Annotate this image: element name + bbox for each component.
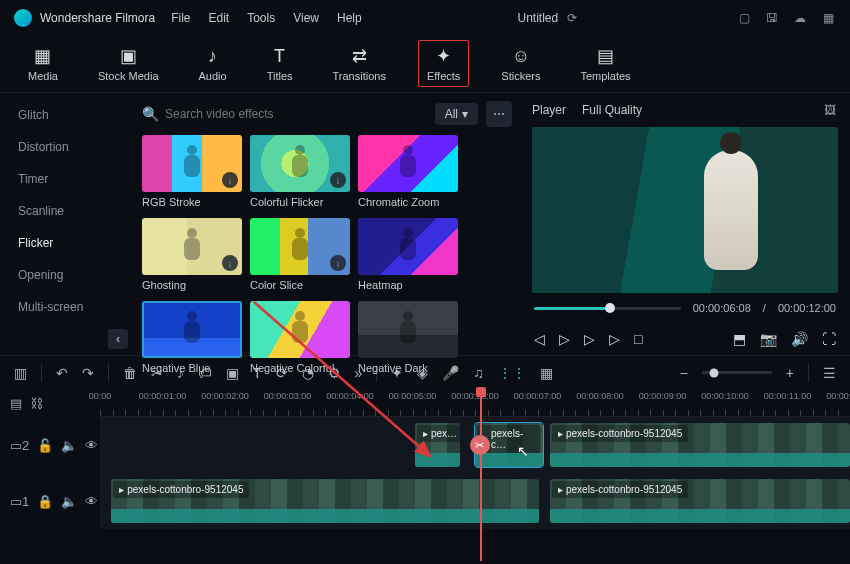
track-video-icon[interactable]: ▭1 [10,494,29,509]
player-viewport[interactable] [532,127,838,293]
ruler-label: 00:00:04:00 [326,391,374,401]
splice-marker[interactable]: ✂ [470,435,490,455]
timeline-view-icon[interactable]: ☰ [823,365,836,381]
unlock-icon[interactable]: 🔓 [37,438,53,453]
camera-icon[interactable]: 📷 [760,331,777,347]
save-icon[interactable]: 🖫 [764,10,780,26]
menu-edit[interactable]: Edit [209,11,230,25]
redo-button[interactable]: ↷ [82,365,94,381]
download-icon[interactable]: ↓ [330,172,346,188]
lock-icon[interactable]: 🔒 [37,494,53,509]
project-title[interactable]: Untitled [518,11,559,25]
mixer-icon[interactable]: ♫ [473,365,484,381]
next-frame-button[interactable]: ▷ [609,331,620,347]
grid-icon[interactable]: ▦ [820,10,836,26]
transitions-icon: ⇄ [352,45,367,67]
screenshot-icon[interactable]: ▢ [736,10,752,26]
tab-templates[interactable]: ▤Templates [572,41,638,86]
effect-negative-dark[interactable]: Negative Dark [358,301,458,374]
undo-button[interactable]: ↶ [56,365,68,381]
effect-rgb-stroke[interactable]: ↓RGB Stroke [142,135,242,208]
clip[interactable]: ▸pexels-cottonbro-9512045 [111,479,539,523]
effect-color-slice[interactable]: ↓Color Slice [250,218,350,291]
player-quality-dropdown[interactable]: Full Quality [582,103,642,117]
tab-audio[interactable]: ♪Audio [191,42,235,86]
ruler-label: 00:00:03:00 [264,391,312,401]
mute-icon[interactable]: 🔈 [61,494,77,509]
zoom-in-button[interactable]: + [786,365,794,381]
snapshot-icon[interactable]: 🖼 [822,102,838,118]
clip-label: ▸pexels-cottonbro-9512045 [113,481,249,498]
fullscreen-icon[interactable]: ⛶ [822,331,836,347]
search-input[interactable] [165,107,427,121]
tab-media[interactable]: ▦Media [20,41,66,86]
tab-label: Templates [580,70,630,82]
effect-thumbnail [358,135,458,192]
progress-bar[interactable] [534,307,681,310]
effect-label: Color Slice [250,279,350,291]
zoom-slider[interactable] [702,371,772,374]
effect-ghosting[interactable]: ↓Ghosting [142,218,242,291]
sidebar-item-multi-screen[interactable]: Multi-screen [0,291,134,323]
prev-frame-button[interactable]: ◁ [534,331,545,347]
playhead[interactable] [480,389,482,561]
clip[interactable]: ▸pex… [415,423,460,467]
unlink-icon[interactable]: ⛓ [30,396,43,411]
layout-icon[interactable]: ▥ [14,365,27,381]
menu-file[interactable]: File [171,11,190,25]
sidebar-item-flicker[interactable]: Flicker [0,227,134,259]
grid-icon[interactable]: ▦ [540,365,553,381]
sidebar-item-opening[interactable]: Opening [0,259,134,291]
effect-negative-blue[interactable]: Negative Blue [142,301,242,374]
filter-dropdown[interactable]: All ▾ [435,103,478,125]
tab-stickers[interactable]: ☺Stickers [493,42,548,86]
effect-chromatic-zoom[interactable]: Chromatic Zoom [358,135,458,208]
tab-effects[interactable]: ✦Effects [418,40,469,87]
effect-thumbnail [142,301,242,358]
stop-button[interactable]: □ [634,331,642,347]
mute-icon[interactable]: 🔈 [61,438,77,453]
sidebar-item-glitch[interactable]: Glitch [0,99,134,131]
track-body[interactable]: ▸pexels-cottonbro-9512045▸pexels-cottonb… [100,473,850,529]
effect-negative-colorful[interactable]: Negative Colorful [250,301,350,374]
magnet-icon[interactable]: ⋮⋮ [498,365,526,381]
clip[interactable]: ▸pexels-cottonbro-9512045 [550,423,850,467]
sidebar-collapse-button[interactable]: ‹ [108,329,128,349]
track-video-icon[interactable]: ▭2 [10,438,29,453]
effect-heatmap[interactable]: Heatmap [358,218,458,291]
delete-button[interactable]: 🗑 [123,365,137,381]
tab-stock-media[interactable]: ▣Stock Media [90,41,167,86]
menu-view[interactable]: View [293,11,319,25]
menu-tools[interactable]: Tools [247,11,275,25]
visibility-icon[interactable]: 👁 [85,438,98,453]
timeline-options-icon[interactable]: ▤ [10,396,22,411]
play-button[interactable]: ▷ [584,331,595,347]
tab-label: Media [28,70,58,82]
track-body[interactable]: ▸pex…▸pexels-c…▸pexels-cottonbro-9512045… [100,417,850,473]
volume-icon[interactable]: 🔊 [791,331,808,347]
sidebar-item-distortion[interactable]: Distortion [0,131,134,163]
sidebar-item-scanline[interactable]: Scanline [0,195,134,227]
clip[interactable]: ▸pexels-cottonbro-9512045 [550,479,850,523]
visibility-icon[interactable]: 👁 [85,494,98,509]
effect-colorful-flicker[interactable]: ↓Colorful Flicker [250,135,350,208]
stickers-icon: ☺ [512,46,530,67]
timeline-ruler[interactable]: 00:0000:00:01:0000:00:02:0000:00:03:0000… [100,389,850,417]
cloud-icon[interactable]: ☁ [792,10,808,26]
tab-titles[interactable]: TTitles [259,42,301,86]
chevron-left-icon: ‹ [116,332,120,346]
download-icon[interactable]: ↓ [222,255,238,271]
tab-transitions[interactable]: ⇄Transitions [325,41,394,86]
download-icon[interactable]: ↓ [330,255,346,271]
more-options-button[interactable]: ⋯ [486,101,512,127]
marker-icon[interactable]: ⬒ [733,331,746,347]
play-backward-button[interactable]: ▷ [559,331,570,347]
tab-label: Transitions [333,70,386,82]
player-tab[interactable]: Player [532,103,566,117]
effects-icon: ✦ [436,45,451,67]
ruler-label: 00:00 [89,391,112,401]
download-icon[interactable]: ↓ [222,172,238,188]
menu-help[interactable]: Help [337,11,362,25]
sidebar-item-timer[interactable]: Timer [0,163,134,195]
zoom-out-button[interactable]: − [680,365,688,381]
